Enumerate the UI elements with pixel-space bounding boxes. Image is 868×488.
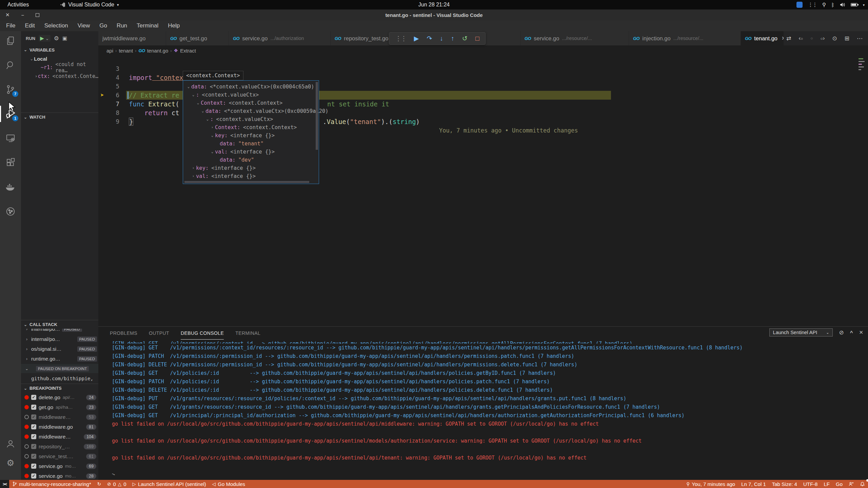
tab-service-resource[interactable]: GO service.go.../resource/... [520, 31, 629, 45]
breakpoint-row[interactable]: ✓ service.gomo… 28 [21, 471, 98, 480]
breakpoint-checkbox[interactable]: ✓ [31, 395, 36, 400]
panel-tab-output[interactable]: OUTPUT [149, 327, 169, 340]
navigate-forward-icon[interactable]: ○› [821, 35, 825, 42]
continue-button[interactable]: ▶ [414, 35, 419, 42]
accounts-icon[interactable] [0, 434, 21, 453]
tab-jwtmiddleware[interactable]: jwtmiddleware.go [98, 31, 166, 45]
menu-edit[interactable]: Edit [20, 20, 39, 31]
variable-r1[interactable]: ~r1: <could not rea… [21, 63, 98, 72]
language-mode-item[interactable]: Go [833, 480, 846, 488]
tweaks-icon[interactable]: ⋮⋮ [808, 2, 817, 8]
menu-view[interactable]: View [73, 20, 95, 31]
hover-tree-row[interactable]: ›key:<interface {}> [184, 164, 319, 172]
activities-button[interactable]: Activities [0, 2, 36, 8]
debug-session-dropdown[interactable]: Launch Sentinel API⌄ [769, 328, 833, 337]
gitlens-blame-item[interactable]: ⚲You, 7 minutes ago [683, 480, 738, 488]
variables-section-header[interactable]: ⌄VARIABLES [21, 45, 98, 54]
remote-explorer-icon[interactable] [0, 129, 21, 148]
tray-app-icon[interactable] [796, 2, 803, 8]
breakpoint-checkbox[interactable]: ✓ [31, 464, 36, 469]
breakpoint-row[interactable]: ✓ delete.goapi/… 24 [21, 392, 98, 402]
menu-selection[interactable]: Selection [40, 20, 73, 31]
system-tray[interactable]: ⋮⋮ ⚲ ᛒ ▾ [796, 0, 865, 9]
breakpoint-checkbox[interactable]: ✓ [31, 434, 36, 439]
breadcrumb-tenant[interactable]: tenant [119, 48, 133, 54]
extensions-icon[interactable] [0, 153, 21, 172]
start-debug-button[interactable]: ▶ ⌄ [39, 35, 50, 42]
call-stack-row[interactable]: › os/signal.si… PAUSED [21, 344, 98, 353]
breadcrumb-symbol[interactable]: Extract [180, 48, 196, 54]
maximize-panel-icon[interactable]: ^ [850, 330, 853, 336]
notifications-bell-icon[interactable] [857, 480, 868, 488]
tray-caret-icon[interactable]: ▾ [863, 3, 865, 7]
panel-tab-terminal[interactable]: TERMINAL [235, 327, 260, 340]
breakpoint-checkbox[interactable]: ✓ [31, 405, 36, 410]
minimap[interactable] [859, 58, 866, 78]
call-stack-row[interactable]: › internal/po… PAUSED [21, 334, 98, 344]
tab-service-authorization[interactable]: GO service.go.../authorization [229, 31, 331, 45]
clear-console-icon[interactable]: ⊘ [839, 329, 844, 336]
toolbar-grip[interactable]: ⋮⋮ [395, 35, 406, 42]
run-file-icon[interactable]: ⊙ [832, 35, 837, 42]
breadcrumb-api[interactable]: api [106, 48, 113, 54]
source-control-icon[interactable]: 7 [0, 80, 21, 99]
dependency-graph-icon[interactable] [0, 202, 21, 221]
more-actions-icon[interactable]: ⋯ [857, 35, 863, 42]
hover-tree-row[interactable]: ⌄val:<interface {}> [184, 148, 319, 156]
breakpoint-row[interactable]: ✓ middleware.go 81 [21, 422, 98, 432]
hover-scrollbar[interactable] [316, 82, 318, 150]
menu-terminal[interactable]: Terminal [132, 20, 163, 31]
call-stack-row[interactable]: › runtime.go… PAUSED [21, 354, 98, 363]
tab-get-test[interactable]: GO get_test.go [166, 31, 229, 45]
split-editor-icon[interactable]: ⊞ [845, 35, 849, 42]
search-icon[interactable] [0, 56, 21, 75]
clock[interactable]: Jun 28 21:24 [418, 0, 450, 9]
panel-tab-problems[interactable]: PROBLEMS [110, 327, 137, 340]
feedback-icon[interactable] [846, 480, 857, 488]
step-over-button[interactable]: ↷ [427, 35, 432, 42]
go-modules-item[interactable]: ◁Go Modules [209, 480, 248, 488]
breakpoint-row[interactable]: ✓ get.goapi/ha… 23 [21, 402, 98, 412]
problems-item[interactable]: ⊘0 △0 [104, 480, 129, 488]
hover-tree-row[interactable]: ⌄:<context.valueCtx> [184, 115, 319, 123]
tab-injection[interactable]: GO injection.go.../resource/... [629, 31, 741, 45]
call-stack-section-header[interactable]: ⌄CALL STACK [21, 320, 98, 329]
hover-tree-row[interactable]: data:"dev" [184, 156, 319, 164]
variable-ctx[interactable]: › ctx: <context.Conte… [21, 72, 98, 81]
menu-help[interactable]: Help [163, 20, 184, 31]
hover-tree-row[interactable]: ›Context:<context.Context> [184, 123, 319, 131]
volume-icon[interactable] [840, 2, 845, 7]
git-branch-item[interactable]: multi-tenancy-resource-sharing* [9, 480, 94, 488]
configure-gear-icon[interactable]: ⚙ [54, 35, 59, 42]
encoding-item[interactable]: UTF-8 [800, 480, 821, 488]
start-debug-play-icon[interactable]: ▶ [40, 35, 44, 41]
panel-tab-debug-console[interactable]: DEBUG CONSOLE [181, 327, 224, 340]
hover-tree-row[interactable]: data:"tenant" [184, 140, 319, 148]
hover-tree-row[interactable]: ⌄data:<*context.valueCtx>(0xc0004c65a0) [184, 83, 319, 91]
call-stack-paused-row[interactable]: ⌄ PAUSED ON BREAKPOINT [21, 364, 98, 373]
location-icon[interactable]: ⚲ [822, 2, 826, 8]
indentation-item[interactable]: Tab Size: 4 [769, 480, 800, 488]
breakpoint-checkbox[interactable]: ✓ [31, 444, 36, 449]
debug-console-output[interactable]: [GIN-debug] GET /v1/permissions/:context… [98, 340, 868, 475]
breakpoint-row[interactable]: ✓ service.gomo… 69 [21, 461, 98, 471]
step-out-button[interactable]: ↑ [451, 35, 454, 42]
explorer-icon[interactable] [0, 31, 21, 50]
restart-button[interactable]: ↺ [462, 35, 468, 42]
code-editor[interactable]: ➤ 3 import "context" 4 5 // Extract re n… [98, 56, 868, 326]
breakpoint-row[interactable]: ✓ middleware… 104 [21, 432, 98, 442]
line-number[interactable]: 9 [98, 117, 119, 126]
sync-changes-button[interactable]: ↻ [94, 480, 104, 488]
stop-button[interactable]: □ [475, 35, 479, 42]
breakpoint-checkbox[interactable]: ✓ [31, 454, 36, 459]
menu-go[interactable]: Go [95, 20, 112, 31]
battery-icon[interactable] [851, 3, 857, 6]
breakpoint-row[interactable]: ✓ repository_… 169 [21, 442, 98, 451]
hover-tree-row[interactable]: ›val:<interface {}> [184, 172, 319, 180]
code-line-3[interactable]: 3 import "context" [98, 56, 868, 64]
hover-scrollbar-horizontal[interactable] [184, 181, 309, 183]
call-stack-frame[interactable]: github.com/bithippie, [21, 374, 98, 383]
step-into-button[interactable]: ↓ [440, 35, 443, 42]
call-stack-row-clipped[interactable]: › internal/po… PAUSED [21, 329, 98, 333]
cursor-position-item[interactable]: Ln 7, Col 1 [738, 480, 769, 488]
